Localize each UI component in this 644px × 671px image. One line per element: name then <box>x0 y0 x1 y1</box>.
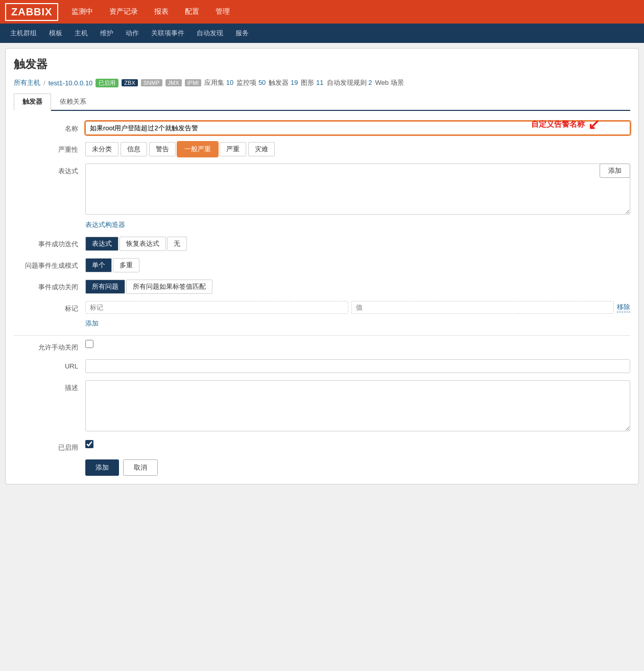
form-row-event-success: 事件成功迭代 表达式 恢复表达式 无 <box>14 237 630 251</box>
label-name: 名称 <box>14 121 85 133</box>
submit-add-button[interactable]: 添加 <box>85 459 119 476</box>
top-nav-items: 监测中 资产记录 报表 配置 管理 <box>68 5 233 18</box>
nav-config[interactable]: 配置 <box>182 5 202 18</box>
stat-triggers-link[interactable]: 19 <box>291 79 298 86</box>
manual-close-checkbox[interactable] <box>85 340 93 348</box>
tags-row: 移除 <box>85 301 630 314</box>
subnav-services[interactable]: 服务 <box>230 26 254 41</box>
stat-autodiscover-link[interactable]: 2 <box>368 79 372 86</box>
breadcrumb-all-hosts[interactable]: 所有主机 <box>14 78 40 87</box>
stat-graphs-link[interactable]: 11 <box>316 79 323 86</box>
breadcrumb-host[interactable]: test1-10.0.0.10 <box>49 79 93 87</box>
stat-webscenario: Web 场景 <box>375 78 403 87</box>
enabled-checkbox[interactable] <box>85 440 93 448</box>
label-event-success: 事件成功迭代 <box>14 237 85 249</box>
problem-mode-group: 单个 多重 <box>85 258 630 272</box>
tag-zbx: ZBX <box>122 79 137 86</box>
form-row-event-close: 事件成功关闭 所有问题 所有问题如果标签值匹配 <box>14 280 630 294</box>
problem-mode-single[interactable]: 单个 <box>85 258 112 272</box>
sev-high[interactable]: 严重 <box>220 142 246 156</box>
stat-monitors-link[interactable]: 50 <box>258 79 266 86</box>
label-manual-close: 允许手动关闭 <box>14 340 85 352</box>
label-tags: 标记 <box>14 301 85 313</box>
sev-warning[interactable]: 警告 <box>149 142 176 156</box>
subnav-corr-events[interactable]: 关联项事件 <box>146 26 189 41</box>
name-input[interactable] <box>85 121 630 135</box>
label-severity: 严重性 <box>14 142 85 154</box>
logo: ZABBIX <box>5 3 58 21</box>
event-close-all[interactable]: 所有问题 <box>85 280 125 294</box>
stat-triggers: 触发器 19 <box>269 78 298 87</box>
nav-admin[interactable]: 管理 <box>212 5 233 18</box>
event-success-recover[interactable]: 恢复表达式 <box>120 237 166 251</box>
control-expression: 添加 ↙ 这里是自定义表达式 表达式构造器 <box>85 164 630 229</box>
control-tags: 移除 添加 <box>85 301 630 328</box>
form-row-severity: 严重性 未分类 信息 警告 一般严重 严重 灾难 ↑ 选择严重性 <box>14 142 630 156</box>
control-event-success: 表达式 恢复表达式 无 <box>85 237 630 251</box>
event-close-tag[interactable]: 所有问题如果标签值匹配 <box>126 280 212 294</box>
stat-graphs: 图形 11 <box>301 78 323 87</box>
event-success-group: 表达式 恢复表达式 无 <box>85 237 630 251</box>
tabs: 触发器 依赖关系 <box>14 94 630 111</box>
tab-triggers[interactable]: 触发器 <box>14 94 51 111</box>
url-input[interactable] <box>85 359 630 373</box>
control-desc <box>85 380 630 433</box>
subnav-hosts[interactable]: 主机 <box>69 26 93 41</box>
remove-tag-link[interactable]: 移除 <box>617 303 630 312</box>
tag-snmp: SNMP <box>141 79 162 86</box>
add-expression-button[interactable]: 添加 <box>600 164 630 178</box>
form-divider <box>14 335 630 336</box>
sub-navigation: 主机群组 模板 主机 维护 动作 关联项事件 自动发现 服务 <box>0 24 644 43</box>
top-navigation: ZABBIX 监测中 资产记录 报表 配置 管理 <box>0 0 644 24</box>
tag-jmx: JMX <box>165 79 182 86</box>
page-title: 触发器 <box>14 57 630 72</box>
tab-dependencies[interactable]: 依赖关系 <box>51 94 95 110</box>
event-close-group: 所有问题 所有问题如果标签值匹配 <box>85 280 630 294</box>
severity-group: 未分类 信息 警告 一般严重 严重 灾难 <box>85 142 630 156</box>
control-severity: 未分类 信息 警告 一般严重 严重 灾难 ↑ 选择严重性 <box>85 142 630 156</box>
nav-asset[interactable]: 资产记录 <box>106 5 141 18</box>
nav-monitoring[interactable]: 监测中 <box>68 5 96 18</box>
label-event-close: 事件成功关闭 <box>14 280 85 292</box>
form-row-enabled: 已启用 <box>14 440 630 452</box>
subnav-actions[interactable]: 动作 <box>121 26 144 41</box>
stat-appsets-link[interactable]: 10 <box>226 79 233 86</box>
tag-name-input[interactable] <box>85 301 348 314</box>
form-buttons: 添加 取消 <box>14 459 630 476</box>
event-success-expr[interactable]: 表达式 <box>85 237 118 251</box>
sev-average[interactable]: 一般严重 <box>178 142 218 156</box>
subnav-maintenance[interactable]: 维护 <box>95 26 118 41</box>
expression-textarea[interactable] <box>85 164 630 215</box>
subnav-host-groups[interactable]: 主机群组 <box>5 26 42 41</box>
label-desc: 描述 <box>14 380 85 392</box>
subnav-auto-discover[interactable]: 自动发现 <box>192 26 228 41</box>
expr-builder-link[interactable]: 表达式构造器 <box>85 220 125 229</box>
subnav-templates[interactable]: 模板 <box>44 26 67 41</box>
label-expression: 表达式 <box>14 164 85 176</box>
sev-disaster[interactable]: 灾难 <box>248 142 275 156</box>
label-url: URL <box>14 359 85 370</box>
form-row-name: 名称 <box>14 121 630 135</box>
control-event-close: 所有问题 所有问题如果标签值匹配 <box>85 280 630 294</box>
sev-unclassified[interactable]: 未分类 <box>85 142 118 156</box>
control-problem-mode: 单个 多重 <box>85 258 630 272</box>
event-success-none[interactable]: 无 <box>167 237 187 251</box>
problem-mode-multiple[interactable]: 多重 <box>113 258 139 272</box>
control-enabled <box>85 440 630 450</box>
label-enabled: 已启用 <box>14 440 85 452</box>
tag-value-input[interactable] <box>351 301 614 314</box>
sev-info[interactable]: 信息 <box>121 142 147 156</box>
form-row-manual-close: 允许手动关闭 <box>14 340 630 352</box>
add-tag-link[interactable]: 添加 <box>85 319 99 328</box>
form-row-desc: 描述 <box>14 380 630 433</box>
breadcrumb-sep1: / <box>43 79 45 87</box>
stat-monitors: 监控项 50 <box>236 78 266 87</box>
cancel-button[interactable]: 取消 <box>123 459 158 476</box>
status-badge-enabled: 已启用 <box>96 79 118 87</box>
form-row-problem-mode: 问题事件生成模式 单个 多重 <box>14 258 630 272</box>
nav-reports[interactable]: 报表 <box>151 5 172 18</box>
label-problem-mode: 问题事件生成模式 <box>14 258 85 270</box>
form-row-url: URL <box>14 359 630 373</box>
desc-textarea[interactable] <box>85 380 630 431</box>
control-manual-close <box>85 340 630 350</box>
